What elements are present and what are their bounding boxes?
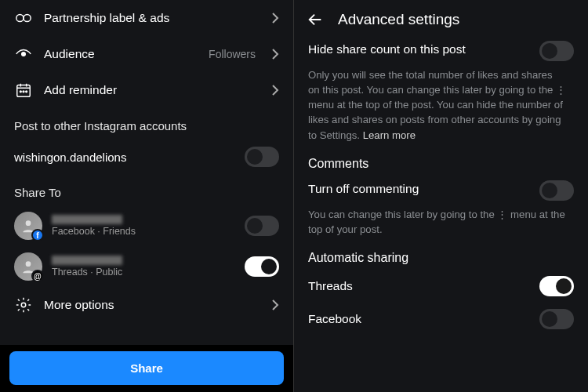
comments-header: Comments (294, 149, 588, 176)
reminder-label: Add reminder (44, 83, 260, 97)
more-options-row[interactable]: More options (0, 287, 293, 323)
svg-point-2 (22, 53, 26, 56)
threads-badge-icon: @ (31, 270, 44, 282)
avatar: f (14, 212, 42, 240)
partnership-row[interactable]: Partnership label & ads (0, 0, 293, 36)
advanced-header: Advanced settings (294, 0, 588, 36)
avatar: @ (14, 252, 42, 281)
chevron-right-icon (271, 84, 279, 96)
svg-point-5 (23, 91, 24, 93)
audience-label: Audience (44, 47, 198, 61)
partnership-icon (14, 9, 33, 27)
share-target-threads[interactable]: @ Threads · Public (0, 246, 293, 287)
advanced-title: Advanced settings (338, 11, 459, 28)
reminder-row[interactable]: Add reminder (0, 72, 293, 108)
calendar-icon (14, 82, 33, 99)
gear-icon (14, 296, 33, 314)
more-options-label: More options (44, 298, 260, 312)
share-target-text: Threads · Public (52, 256, 235, 278)
svg-point-4 (20, 91, 21, 93)
auto-share-facebook-label: Facebook (308, 312, 532, 326)
advanced-settings-pane: Advanced settings Hide share count on th… (294, 0, 588, 392)
other-account-row[interactable]: wishingon.dandelions (0, 139, 293, 175)
chevron-right-icon (271, 48, 279, 60)
turn-off-commenting-block: Turn off commenting (294, 176, 588, 204)
learn-more-link[interactable]: Learn more (363, 129, 416, 141)
turn-off-commenting-desc: You can change this later by going to th… (294, 204, 588, 243)
auto-sharing-header: Automatic sharing (294, 243, 588, 270)
redacted-name (52, 215, 122, 224)
partnership-label: Partnership label & ads (44, 11, 260, 25)
svg-point-7 (26, 220, 31, 226)
auto-share-threads-label: Threads (308, 279, 532, 293)
share-facebook-toggle[interactable] (245, 216, 279, 236)
svg-point-1 (24, 14, 31, 21)
svg-point-0 (16, 14, 24, 21)
share-target-subtitle: Threads · Public (52, 267, 235, 278)
share-threads-toggle[interactable] (245, 256, 279, 277)
redacted-name (52, 256, 122, 265)
auto-share-threads-row[interactable]: Threads (294, 270, 588, 303)
turn-off-commenting-title: Turn off commenting (308, 180, 532, 196)
hide-share-desc-text: Only you will see the total number of li… (308, 69, 566, 141)
svg-point-9 (21, 303, 26, 307)
hide-share-toggle[interactable] (539, 41, 574, 61)
audience-row[interactable]: Audience Followers (0, 36, 293, 72)
back-arrow-icon[interactable] (307, 11, 324, 28)
svg-point-8 (26, 261, 31, 267)
share-button[interactable]: Share (9, 351, 284, 385)
auto-share-threads-toggle[interactable] (539, 276, 574, 296)
eye-icon (14, 45, 33, 63)
other-account-name: wishingon.dandelions (14, 151, 235, 164)
compose-pane: Partnership label & ads Audience Followe… (0, 0, 294, 392)
auto-share-facebook-toggle[interactable] (539, 309, 574, 329)
facebook-badge-icon: f (31, 229, 44, 241)
share-target-text: Facebook · Friends (52, 215, 235, 237)
svg-point-6 (26, 91, 27, 93)
share-to-header: Share To (0, 175, 293, 205)
share-target-subtitle: Facebook · Friends (52, 226, 235, 237)
bottom-bar: Share (0, 345, 293, 392)
hide-share-title: Hide share count on this post (308, 41, 532, 56)
chevron-right-icon (271, 12, 279, 24)
turn-off-commenting-toggle[interactable] (539, 180, 574, 201)
post-to-header: Post to other Instagram accounts (0, 108, 293, 139)
chevron-right-icon (271, 299, 279, 311)
other-account-toggle[interactable] (245, 147, 279, 167)
auto-share-facebook-row[interactable]: Facebook (294, 303, 588, 336)
audience-value: Followers (209, 48, 256, 60)
hide-share-desc: Only you will see the total number of li… (294, 64, 588, 149)
hide-share-block: Hide share count on this post (294, 36, 588, 64)
share-target-facebook[interactable]: f Facebook · Friends (0, 205, 293, 246)
